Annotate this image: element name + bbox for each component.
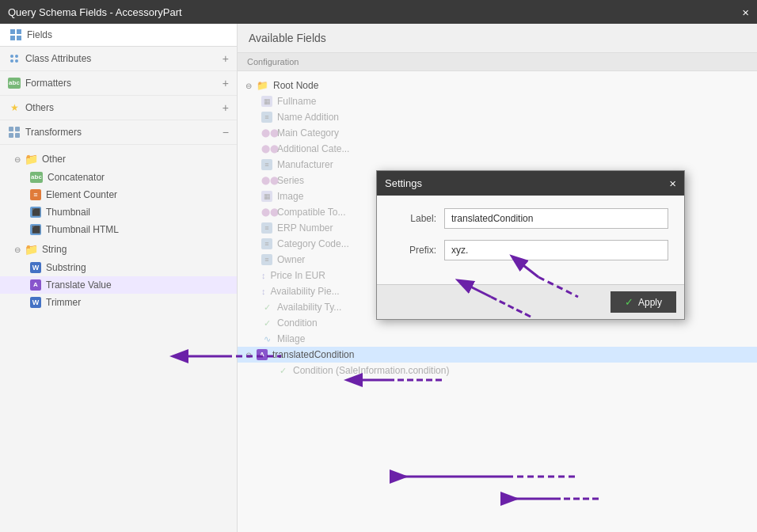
image-label: Image <box>277 191 303 202</box>
available-fields-title: Available Fields <box>238 24 757 53</box>
field-main-category[interactable]: ⬤⬤ Main Category <box>238 125 757 141</box>
string-group-header[interactable]: ⊖ 📁 String <box>0 240 237 259</box>
main-container: Fields Class Attributes + abc Formatters… <box>0 24 757 532</box>
tree-item-translate-value[interactable]: A Translate Value <box>0 276 237 294</box>
apply-button-label: Apply <box>638 297 662 308</box>
dialog-close-button[interactable]: × <box>669 177 676 190</box>
label-field-label: Label: <box>393 213 436 224</box>
string-group-label: String <box>42 244 67 255</box>
sidebar-item-formatters[interactable]: abc Formatters + <box>0 71 237 96</box>
condition-sale-icon: ✓ <box>277 365 288 376</box>
field-name-addition[interactable]: ≡ Name Addition <box>238 109 757 125</box>
field-translated-condition[interactable]: ⊖ A translatedCondition <box>238 347 757 363</box>
settings-dialog: Settings × Label: Prefix: ✓ Apply <box>376 170 685 320</box>
tree-item-element-counter[interactable]: ≡ Element Counter <box>0 186 237 203</box>
window-title: Query Schema Fields - AccessoryPart <box>8 6 182 18</box>
svg-point-5 <box>15 55 18 58</box>
condition-label: Condition <box>277 317 318 329</box>
title-bar: Query Schema Fields - AccessoryPart × <box>0 0 757 24</box>
price-eur-icon: ↕ <box>261 271 266 280</box>
label-field-row: Label: <box>393 208 668 229</box>
thumbnail-html-icon: ⬛ <box>30 224 41 235</box>
class-attributes-add-button[interactable]: + <box>223 52 229 65</box>
label-input[interactable] <box>444 208 668 229</box>
translated-condition-collapse-icon: ⊖ <box>245 351 252 359</box>
tree-item-concatenator[interactable]: abc Concatenator <box>0 169 237 186</box>
trimmer-icon: W <box>30 297 41 308</box>
prefix-input[interactable] <box>444 240 668 260</box>
translate-value-label: Translate Value <box>46 279 112 291</box>
tree-container: ⊖ 📁 Other abc Concatenator ≡ Element Cou… <box>0 145 237 532</box>
apply-check-icon: ✓ <box>625 296 633 308</box>
fullname-icon: ▦ <box>261 96 272 107</box>
prefix-field-row: Prefix: <box>393 240 668 260</box>
substring-icon: W <box>30 262 41 273</box>
dialog-title: Settings <box>385 177 422 189</box>
availability-piece-label: Availability Pie... <box>271 286 340 297</box>
fields-tab[interactable]: Fields <box>0 24 237 47</box>
dialog-body: Label: Prefix: <box>377 196 684 284</box>
name-addition-label: Name Addition <box>277 112 339 123</box>
tree-item-thumbnail-html[interactable]: ⬛ Thumbnail HTML <box>0 221 237 238</box>
tree-item-thumbnail[interactable]: ⬛ Thumbnail <box>0 203 237 221</box>
series-label: Series <box>277 175 304 186</box>
fields-tab-label: Fields <box>27 29 52 40</box>
configuration-tab[interactable]: Configuration <box>238 53 757 71</box>
other-group-toggle: ⊖ <box>14 155 21 164</box>
left-panel: Fields Class Attributes + abc Formatters… <box>0 24 238 532</box>
tree-item-substring[interactable]: W Substring <box>0 259 237 276</box>
field-fullname[interactable]: ▦ Fullname <box>238 93 757 109</box>
transformers-label: Transformers <box>25 127 82 138</box>
string-group: ⊖ 📁 String W Substring A Translate Value… <box>0 240 237 311</box>
prefix-field-label: Prefix: <box>393 245 436 256</box>
element-counter-label: Element Counter <box>46 189 117 200</box>
concatenator-icon: abc <box>30 172 43 183</box>
apply-button[interactable]: ✓ Apply <box>611 291 676 313</box>
field-condition-sale[interactable]: ✓ Condition (SaleInformation.condition) <box>238 363 757 378</box>
svg-rect-11 <box>15 133 20 138</box>
field-milage[interactable]: ∿ Milage <box>238 331 757 347</box>
category-code-label: Category Code... <box>277 238 349 249</box>
manufacturer-label: Manufacturer <box>277 159 333 170</box>
sidebar-item-others[interactable]: ★ Others + <box>0 96 237 120</box>
image-icon: ▦ <box>261 191 272 202</box>
erp-number-icon: ≡ <box>261 222 272 234</box>
string-folder-icon: 📁 <box>25 243 38 256</box>
field-root-node[interactable]: ⊖ 📁 Root Node <box>238 78 757 93</box>
svg-rect-1 <box>17 29 21 34</box>
window-close-button[interactable]: × <box>742 6 749 18</box>
compatible-to-icon: ⬤⬤ <box>261 207 272 218</box>
sidebar-item-transformers[interactable]: Transformers − <box>0 120 237 145</box>
svg-rect-10 <box>9 133 13 138</box>
svg-rect-3 <box>17 36 21 40</box>
class-attributes-label: Class Attributes <box>25 53 91 64</box>
formatters-label: Formatters <box>25 78 71 89</box>
main-category-label: Main Category <box>277 127 339 139</box>
condition-icon: ✓ <box>261 317 272 329</box>
string-group-toggle: ⊖ <box>14 245 21 254</box>
thumbnail-html-label: Thumbnail HTML <box>46 224 119 235</box>
formatters-add-button[interactable]: + <box>223 77 229 89</box>
others-label: Others <box>25 102 54 113</box>
substring-label: Substring <box>46 262 86 273</box>
other-group-header[interactable]: ⊖ 📁 Other <box>0 150 237 169</box>
field-additional-category[interactable]: ⬤⬤ Additional Cate... <box>238 141 757 157</box>
transformers-icon <box>8 126 21 139</box>
svg-rect-8 <box>9 127 13 131</box>
transformers-collapse-button[interactable]: − <box>223 126 229 139</box>
class-attributes-icon <box>8 52 21 65</box>
svg-point-6 <box>10 59 13 63</box>
series-icon: ⬤⬤ <box>261 175 272 186</box>
svg-point-7 <box>15 59 18 63</box>
tree-item-trimmer[interactable]: W Trimmer <box>0 294 237 311</box>
compatible-to-label: Compatible To... <box>277 207 346 218</box>
milage-label: Milage <box>277 333 305 344</box>
main-category-icon: ⬤⬤ <box>261 127 272 139</box>
thumbnail-label: Thumbnail <box>46 207 90 218</box>
others-add-button[interactable]: + <box>223 101 229 114</box>
root-node-label: Root Node <box>273 80 318 91</box>
category-code-icon: ≡ <box>261 238 272 249</box>
owner-label: Owner <box>277 254 305 265</box>
name-addition-icon: ≡ <box>261 112 272 123</box>
sidebar-item-class-attributes[interactable]: Class Attributes + <box>0 47 237 71</box>
